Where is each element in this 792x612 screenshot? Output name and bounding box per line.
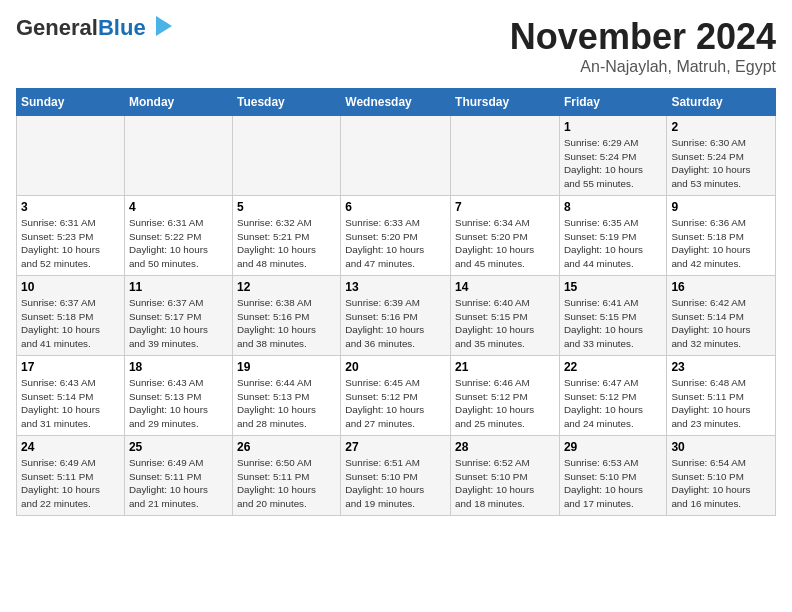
calendar-cell: 1Sunrise: 6:29 AM Sunset: 5:24 PM Daylig… bbox=[559, 116, 666, 196]
day-number: 6 bbox=[345, 200, 446, 214]
calendar-cell: 12Sunrise: 6:38 AM Sunset: 5:16 PM Dayli… bbox=[232, 276, 340, 356]
calendar-cell: 4Sunrise: 6:31 AM Sunset: 5:22 PM Daylig… bbox=[124, 196, 232, 276]
weekday-header: Tuesday bbox=[232, 89, 340, 116]
day-info: Sunrise: 6:44 AM Sunset: 5:13 PM Dayligh… bbox=[237, 376, 336, 431]
day-number: 3 bbox=[21, 200, 120, 214]
day-info: Sunrise: 6:51 AM Sunset: 5:10 PM Dayligh… bbox=[345, 456, 446, 511]
day-number: 23 bbox=[671, 360, 771, 374]
day-info: Sunrise: 6:37 AM Sunset: 5:17 PM Dayligh… bbox=[129, 296, 228, 351]
calendar-cell: 18Sunrise: 6:43 AM Sunset: 5:13 PM Dayli… bbox=[124, 356, 232, 436]
calendar-cell: 6Sunrise: 6:33 AM Sunset: 5:20 PM Daylig… bbox=[341, 196, 451, 276]
weekday-header: Friday bbox=[559, 89, 666, 116]
day-info: Sunrise: 6:49 AM Sunset: 5:11 PM Dayligh… bbox=[21, 456, 120, 511]
calendar-cell: 14Sunrise: 6:40 AM Sunset: 5:15 PM Dayli… bbox=[451, 276, 560, 356]
weekday-header: Saturday bbox=[667, 89, 776, 116]
day-number: 4 bbox=[129, 200, 228, 214]
day-info: Sunrise: 6:40 AM Sunset: 5:15 PM Dayligh… bbox=[455, 296, 555, 351]
calendar-cell: 3Sunrise: 6:31 AM Sunset: 5:23 PM Daylig… bbox=[17, 196, 125, 276]
page-header: GeneralBlue November 2024 An-Najaylah, M… bbox=[16, 16, 776, 76]
day-info: Sunrise: 6:49 AM Sunset: 5:11 PM Dayligh… bbox=[129, 456, 228, 511]
day-number: 17 bbox=[21, 360, 120, 374]
weekday-header: Monday bbox=[124, 89, 232, 116]
calendar-cell: 11Sunrise: 6:37 AM Sunset: 5:17 PM Dayli… bbox=[124, 276, 232, 356]
day-number: 27 bbox=[345, 440, 446, 454]
calendar-cell: 25Sunrise: 6:49 AM Sunset: 5:11 PM Dayli… bbox=[124, 436, 232, 516]
day-number: 12 bbox=[237, 280, 336, 294]
calendar-cell bbox=[451, 116, 560, 196]
page-title: November 2024 bbox=[510, 16, 776, 58]
svg-marker-0 bbox=[156, 16, 172, 36]
weekday-header: Thursday bbox=[451, 89, 560, 116]
calendar-table: SundayMondayTuesdayWednesdayThursdayFrid… bbox=[16, 88, 776, 516]
day-number: 18 bbox=[129, 360, 228, 374]
day-number: 7 bbox=[455, 200, 555, 214]
day-number: 9 bbox=[671, 200, 771, 214]
day-info: Sunrise: 6:41 AM Sunset: 5:15 PM Dayligh… bbox=[564, 296, 662, 351]
day-info: Sunrise: 6:30 AM Sunset: 5:24 PM Dayligh… bbox=[671, 136, 771, 191]
weekday-header: Wednesday bbox=[341, 89, 451, 116]
day-info: Sunrise: 6:43 AM Sunset: 5:13 PM Dayligh… bbox=[129, 376, 228, 431]
day-number: 20 bbox=[345, 360, 446, 374]
day-number: 2 bbox=[671, 120, 771, 134]
day-number: 10 bbox=[21, 280, 120, 294]
calendar-cell: 8Sunrise: 6:35 AM Sunset: 5:19 PM Daylig… bbox=[559, 196, 666, 276]
day-number: 30 bbox=[671, 440, 771, 454]
day-number: 8 bbox=[564, 200, 662, 214]
calendar-cell: 9Sunrise: 6:36 AM Sunset: 5:18 PM Daylig… bbox=[667, 196, 776, 276]
calendar-cell: 13Sunrise: 6:39 AM Sunset: 5:16 PM Dayli… bbox=[341, 276, 451, 356]
day-number: 14 bbox=[455, 280, 555, 294]
day-info: Sunrise: 6:38 AM Sunset: 5:16 PM Dayligh… bbox=[237, 296, 336, 351]
day-info: Sunrise: 6:35 AM Sunset: 5:19 PM Dayligh… bbox=[564, 216, 662, 271]
calendar-cell: 17Sunrise: 6:43 AM Sunset: 5:14 PM Dayli… bbox=[17, 356, 125, 436]
day-number: 22 bbox=[564, 360, 662, 374]
day-info: Sunrise: 6:47 AM Sunset: 5:12 PM Dayligh… bbox=[564, 376, 662, 431]
calendar-cell: 10Sunrise: 6:37 AM Sunset: 5:18 PM Dayli… bbox=[17, 276, 125, 356]
calendar-cell: 22Sunrise: 6:47 AM Sunset: 5:12 PM Dayli… bbox=[559, 356, 666, 436]
calendar-cell: 29Sunrise: 6:53 AM Sunset: 5:10 PM Dayli… bbox=[559, 436, 666, 516]
day-number: 29 bbox=[564, 440, 662, 454]
day-number: 19 bbox=[237, 360, 336, 374]
calendar-cell: 7Sunrise: 6:34 AM Sunset: 5:20 PM Daylig… bbox=[451, 196, 560, 276]
day-info: Sunrise: 6:31 AM Sunset: 5:23 PM Dayligh… bbox=[21, 216, 120, 271]
day-info: Sunrise: 6:39 AM Sunset: 5:16 PM Dayligh… bbox=[345, 296, 446, 351]
day-info: Sunrise: 6:50 AM Sunset: 5:11 PM Dayligh… bbox=[237, 456, 336, 511]
day-info: Sunrise: 6:32 AM Sunset: 5:21 PM Dayligh… bbox=[237, 216, 336, 271]
title-block: November 2024 An-Najaylah, Matruh, Egypt bbox=[510, 16, 776, 76]
day-number: 28 bbox=[455, 440, 555, 454]
day-info: Sunrise: 6:42 AM Sunset: 5:14 PM Dayligh… bbox=[671, 296, 771, 351]
day-number: 1 bbox=[564, 120, 662, 134]
day-info: Sunrise: 6:54 AM Sunset: 5:10 PM Dayligh… bbox=[671, 456, 771, 511]
day-info: Sunrise: 6:46 AM Sunset: 5:12 PM Dayligh… bbox=[455, 376, 555, 431]
calendar-cell: 27Sunrise: 6:51 AM Sunset: 5:10 PM Dayli… bbox=[341, 436, 451, 516]
day-info: Sunrise: 6:48 AM Sunset: 5:11 PM Dayligh… bbox=[671, 376, 771, 431]
day-number: 15 bbox=[564, 280, 662, 294]
calendar-cell bbox=[232, 116, 340, 196]
day-number: 11 bbox=[129, 280, 228, 294]
day-number: 24 bbox=[21, 440, 120, 454]
day-number: 13 bbox=[345, 280, 446, 294]
calendar-cell: 19Sunrise: 6:44 AM Sunset: 5:13 PM Dayli… bbox=[232, 356, 340, 436]
day-info: Sunrise: 6:33 AM Sunset: 5:20 PM Dayligh… bbox=[345, 216, 446, 271]
logo: GeneralBlue bbox=[16, 16, 176, 40]
calendar-cell: 5Sunrise: 6:32 AM Sunset: 5:21 PM Daylig… bbox=[232, 196, 340, 276]
weekday-header: Sunday bbox=[17, 89, 125, 116]
calendar-cell: 21Sunrise: 6:46 AM Sunset: 5:12 PM Dayli… bbox=[451, 356, 560, 436]
page-subtitle: An-Najaylah, Matruh, Egypt bbox=[510, 58, 776, 76]
day-info: Sunrise: 6:31 AM Sunset: 5:22 PM Dayligh… bbox=[129, 216, 228, 271]
day-number: 5 bbox=[237, 200, 336, 214]
calendar-cell: 26Sunrise: 6:50 AM Sunset: 5:11 PM Dayli… bbox=[232, 436, 340, 516]
day-info: Sunrise: 6:43 AM Sunset: 5:14 PM Dayligh… bbox=[21, 376, 120, 431]
calendar-cell: 24Sunrise: 6:49 AM Sunset: 5:11 PM Dayli… bbox=[17, 436, 125, 516]
day-info: Sunrise: 6:29 AM Sunset: 5:24 PM Dayligh… bbox=[564, 136, 662, 191]
day-number: 26 bbox=[237, 440, 336, 454]
calendar-cell: 16Sunrise: 6:42 AM Sunset: 5:14 PM Dayli… bbox=[667, 276, 776, 356]
logo-icon bbox=[148, 12, 176, 40]
calendar-cell: 28Sunrise: 6:52 AM Sunset: 5:10 PM Dayli… bbox=[451, 436, 560, 516]
calendar-cell: 15Sunrise: 6:41 AM Sunset: 5:15 PM Dayli… bbox=[559, 276, 666, 356]
day-number: 21 bbox=[455, 360, 555, 374]
day-number: 16 bbox=[671, 280, 771, 294]
day-info: Sunrise: 6:45 AM Sunset: 5:12 PM Dayligh… bbox=[345, 376, 446, 431]
calendar-cell bbox=[341, 116, 451, 196]
day-info: Sunrise: 6:37 AM Sunset: 5:18 PM Dayligh… bbox=[21, 296, 120, 351]
calendar-cell: 30Sunrise: 6:54 AM Sunset: 5:10 PM Dayli… bbox=[667, 436, 776, 516]
